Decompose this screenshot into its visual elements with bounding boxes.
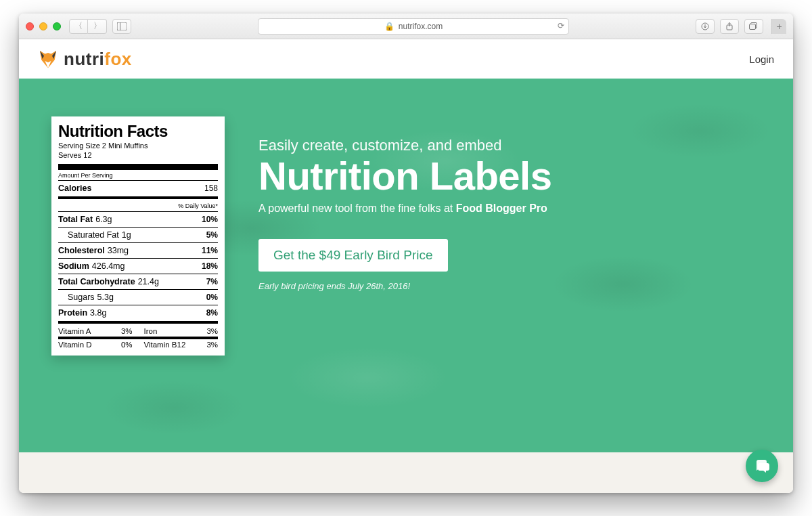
svg-rect-0 <box>117 22 127 30</box>
address-text: nutrifox.com <box>399 22 443 31</box>
share-button[interactable] <box>720 19 739 34</box>
chat-icon <box>754 458 770 474</box>
label-row: Sugars5.3g0% <box>58 291 218 303</box>
vit-pct: 3% <box>206 339 218 350</box>
brand-name: nutrifox <box>64 49 132 70</box>
nav-arrows: 〈 〉 <box>69 19 107 34</box>
sidebar-toggle-button[interactable] <box>112 19 131 34</box>
label-row: Cholesterol33mg11% <box>58 244 218 257</box>
maximize-window-button[interactable] <box>53 22 61 30</box>
label-calories-label: Calories <box>58 184 91 193</box>
label-daily-value-note: % Daily Value* <box>58 201 218 210</box>
brand[interactable]: nutrifox <box>38 49 132 70</box>
hero-eyebrow: Easily create, customize, and embed <box>258 137 551 154</box>
hero-tagline: A powerful new tool from the fine folks … <box>258 202 551 215</box>
site-header: nutrifox Login <box>19 39 793 79</box>
label-row: Protein3.8g8% <box>58 307 218 319</box>
minimize-window-button[interactable] <box>39 22 47 30</box>
vit-name: Vitamin D <box>58 339 116 350</box>
hero-section: Nutrition Facts Serving Size 2 Mini Muff… <box>19 79 793 452</box>
reload-icon[interactable]: ⟳ <box>558 21 564 30</box>
fox-logo-icon <box>38 49 58 69</box>
window-controls <box>26 22 61 30</box>
page-content: nutrifox Login Nutrition Facts Serving S… <box>19 39 793 493</box>
label-amount-per-serving: Amount Per Serving <box>58 172 218 179</box>
tabs-button[interactable] <box>744 19 763 34</box>
chat-widget-button[interactable] <box>746 450 778 482</box>
vit-pct: 3% <box>121 326 133 337</box>
below-hero-section <box>19 452 793 493</box>
vit-name: Vitamin B12 <box>144 339 202 350</box>
vit-name: Vitamin A <box>58 326 116 337</box>
vit-pct: 0% <box>121 339 133 350</box>
hero-copy: Easily create, customize, and embed Nutr… <box>258 116 551 291</box>
lock-icon: 🔒 <box>384 22 394 31</box>
hero-headline: Nutrition Labels <box>258 156 551 196</box>
label-serving-size: Serving Size 2 Mini Muffins <box>58 141 218 150</box>
hero-deadline: Early bird pricing ends July 26th, 2016! <box>258 281 551 291</box>
label-serves: Serves 12 <box>58 150 218 160</box>
close-window-button[interactable] <box>26 22 34 30</box>
svg-rect-7 <box>750 24 756 29</box>
label-row: Total Fat6.3g10% <box>58 213 218 225</box>
nutrition-label-card: Nutrition Facts Serving Size 2 Mini Muff… <box>51 116 225 356</box>
back-button[interactable]: 〈 <box>69 19 88 34</box>
login-link[interactable]: Login <box>749 53 774 65</box>
vit-name: Iron <box>144 326 202 337</box>
label-row: Sodium426.4mg18% <box>58 260 218 272</box>
downloads-button[interactable] <box>696 19 715 34</box>
label-title: Nutrition Facts <box>58 122 218 141</box>
vit-pct: 3% <box>206 326 218 337</box>
forward-button[interactable]: 〉 <box>88 19 107 34</box>
label-row: Saturated Fat1g5% <box>58 229 218 241</box>
browser-chrome: 〈 〉 🔒 nutrifox.com ⟳ <box>19 14 793 39</box>
address-bar[interactable]: 🔒 nutrifox.com ⟳ <box>258 18 569 35</box>
label-calories-value: 158 <box>204 184 218 193</box>
cta-button[interactable]: Get the $49 Early Bird Price <box>258 239 448 272</box>
new-tab-button[interactable]: + <box>771 19 786 34</box>
label-row: Total Carbohydrate21.4g7% <box>58 276 218 288</box>
